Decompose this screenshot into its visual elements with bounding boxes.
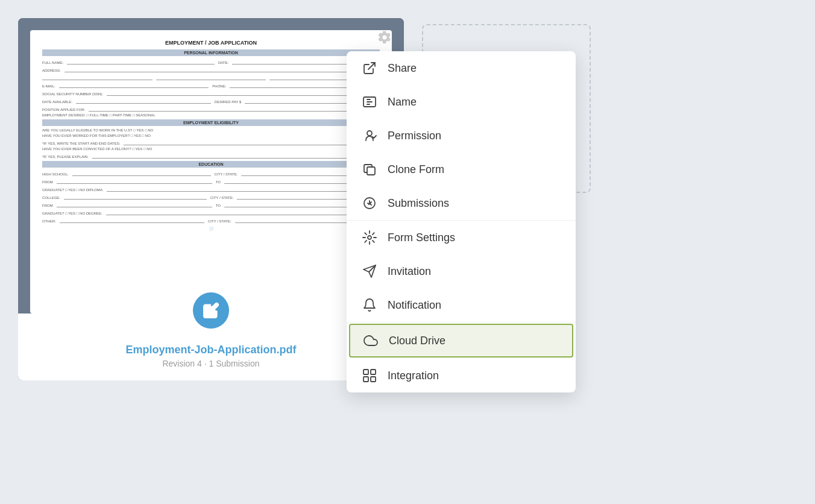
menu-item-name[interactable]: Name	[347, 85, 576, 119]
form-card-inner: EMPLOYMENT / JOB APPLICATION PERSONAL IN…	[18, 18, 404, 313]
menu-item-permission[interactable]: Permission	[347, 119, 576, 153]
form-card-subtitle: Revision 4 · 1 Submission	[30, 359, 392, 368]
menu-label-clone-form: Clone Form	[388, 163, 444, 176]
name-icon	[361, 93, 378, 110]
svg-rect-7	[363, 370, 368, 374]
menu-item-integration[interactable]: Integration	[347, 359, 576, 392]
menu-label-name: Name	[388, 96, 417, 109]
svg-rect-3	[367, 167, 375, 175]
menu-label-cloud-drive: Cloud Drive	[389, 335, 445, 347]
edit-icon	[203, 302, 219, 319]
form-doc-title: EMPLOYMENT / JOB APPLICATION	[42, 40, 380, 46]
gear-button[interactable]	[374, 27, 395, 48]
menu-item-form-settings[interactable]: Form Settings	[347, 221, 576, 254]
svg-rect-10	[371, 377, 376, 382]
menu-group-2: Form Settings Invitation Notification	[347, 221, 576, 323]
svg-line-0	[368, 63, 375, 69]
edit-form-button[interactable]	[193, 292, 229, 329]
menu-item-notification[interactable]: Notification	[347, 288, 576, 322]
personal-info-bar: PERSONAL INFORMATION	[42, 49, 380, 56]
menu-label-form-settings: Form Settings	[388, 232, 455, 244]
menu-item-share[interactable]: Share	[347, 51, 576, 85]
menu-label-share: Share	[388, 62, 417, 75]
menu-label-notification: Notification	[388, 299, 441, 312]
permission-icon	[361, 127, 378, 144]
menu-item-invitation[interactable]: Invitation	[347, 254, 576, 288]
menu-item-clone-form[interactable]: Clone Form	[347, 153, 576, 186]
menu-item-cloud-drive[interactable]: Cloud Drive	[349, 324, 573, 358]
menu-label-invitation: Invitation	[388, 265, 431, 278]
gear-icon	[377, 30, 392, 45]
menu-label-integration: Integration	[388, 370, 439, 382]
svg-point-2	[367, 131, 372, 136]
form-settings-icon	[361, 229, 378, 246]
submissions-icon	[361, 195, 378, 212]
notification-icon	[361, 297, 378, 313]
share-icon	[361, 60, 378, 77]
context-menu: Share Name Permission Clone Form Submiss…	[347, 51, 576, 392]
integration-icon	[361, 367, 378, 384]
invitation-icon	[361, 263, 378, 280]
form-preview: EMPLOYMENT / JOB APPLICATION PERSONAL IN…	[30, 30, 392, 313]
menu-group-1: Share Name Permission Clone Form Submiss…	[347, 51, 576, 221]
svg-rect-8	[371, 370, 376, 374]
menu-label-permission: Permission	[388, 130, 441, 142]
eligibility-bar: EMPLOYMENT ELIGIBILITY	[42, 119, 380, 126]
form-card: EMPLOYMENT / JOB APPLICATION PERSONAL IN…	[18, 18, 404, 380]
clone-icon	[361, 161, 378, 178]
svg-rect-9	[363, 377, 368, 382]
cloud-drive-icon	[362, 332, 379, 349]
education-bar: EDUCATION	[42, 161, 380, 168]
menu-item-submissions[interactable]: Submissions	[347, 186, 576, 220]
menu-group-3: Cloud Drive Integration	[347, 324, 576, 392]
form-card-name: Employment-Job-Application.pdf	[30, 344, 392, 356]
svg-point-4	[368, 236, 371, 239]
menu-label-submissions: Submissions	[388, 197, 449, 210]
